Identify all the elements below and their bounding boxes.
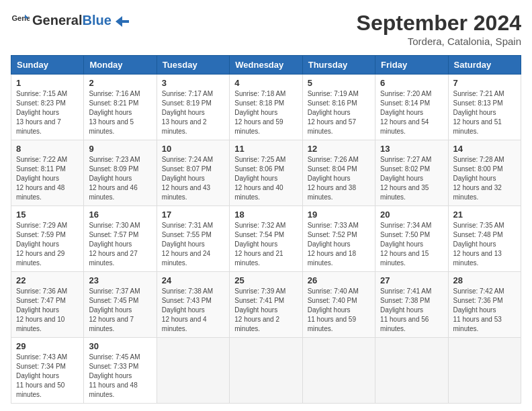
column-header-tuesday: Tuesday [157, 56, 229, 75]
day-number: 10 [162, 144, 224, 154]
sunrise-label: Sunrise: 7:38 AM [162, 287, 213, 295]
day-number: 3 [162, 78, 224, 88]
daylight-value: 12 hours and 54 minutes. [380, 118, 429, 135]
day-info: Sunrise: 7:22 AMSunset: 8:11 PMDaylight … [16, 155, 79, 202]
day-number: 1 [16, 78, 79, 88]
daylight-label: Daylight hours [308, 109, 351, 116]
sunset-label: Sunset: 8:07 PM [162, 165, 212, 173]
daylight-label: Daylight hours [234, 109, 277, 116]
daylight-value: 12 hours and 7 minutes. [89, 316, 134, 332]
daylight-value: 12 hours and 27 minutes. [89, 250, 137, 267]
sunset-label: Sunset: 7:34 PM [16, 363, 66, 370]
calendar-cell: 20Sunrise: 7:34 AMSunset: 7:50 PMDayligh… [375, 206, 448, 272]
day-info: Sunrise: 7:34 AMSunset: 7:50 PMDaylight … [380, 221, 443, 268]
daylight-value: 12 hours and 35 minutes. [380, 184, 429, 201]
sunrise-label: Sunrise: 7:40 AM [308, 287, 359, 295]
daylight-value: 11 hours and 50 minutes. [16, 381, 64, 398]
sunset-label: Sunset: 8:19 PM [162, 99, 212, 107]
calendar-cell: 17Sunrise: 7:31 AMSunset: 7:55 PMDayligh… [157, 206, 229, 272]
calendar-cell: 26Sunrise: 7:40 AMSunset: 7:40 PMDayligh… [302, 272, 375, 338]
column-header-sunday: Sunday [11, 56, 84, 75]
sunset-label: Sunset: 7:52 PM [308, 231, 357, 238]
sunset-label: Sunset: 8:09 PM [89, 165, 138, 173]
month-year-title: September 2024 [357, 11, 521, 36]
day-number: 24 [162, 275, 224, 285]
daylight-label: Daylight hours [89, 240, 132, 248]
calendar-cell: 25Sunrise: 7:39 AMSunset: 7:41 PMDayligh… [230, 272, 302, 338]
calendar-cell [230, 338, 302, 404]
column-header-friday: Friday [375, 56, 448, 75]
daylight-value: 11 hours and 59 minutes. [308, 316, 356, 332]
daylight-value: 12 hours and 29 minutes. [16, 250, 64, 267]
calendar-cell: 29Sunrise: 7:43 AMSunset: 7:34 PMDayligh… [11, 338, 84, 404]
sunset-label: Sunset: 8:00 PM [453, 165, 503, 173]
calendar-cell: 11Sunrise: 7:25 AMSunset: 8:06 PMDayligh… [230, 140, 302, 206]
day-info: Sunrise: 7:15 AMSunset: 8:23 PMDaylight … [16, 89, 79, 136]
logo-icon: General [11, 11, 30, 30]
daylight-value: 12 hours and 57 minutes. [308, 118, 356, 135]
sunset-label: Sunset: 7:50 PM [380, 231, 430, 238]
day-info: Sunrise: 7:42 AMSunset: 7:36 PMDaylight … [453, 287, 516, 334]
daylight-label: Daylight hours [308, 306, 351, 314]
calendar-cell: 19Sunrise: 7:33 AMSunset: 7:52 PMDayligh… [302, 206, 375, 272]
sunrise-label: Sunrise: 7:30 AM [89, 222, 140, 229]
day-info: Sunrise: 7:26 AMSunset: 8:04 PMDaylight … [308, 155, 370, 202]
day-number: 30 [89, 341, 151, 351]
day-number: 13 [380, 144, 443, 154]
day-info: Sunrise: 7:24 AMSunset: 8:07 PMDaylight … [162, 155, 224, 202]
calendar-cell: 7Sunrise: 7:21 AMSunset: 8:13 PMDaylight… [448, 75, 521, 140]
sunrise-label: Sunrise: 7:26 AM [308, 156, 359, 163]
sunset-label: Sunset: 8:18 PM [234, 99, 284, 107]
page-header: General GeneralBlue September 2024 Torde… [11, 11, 521, 47]
daylight-value: 13 hours and 5 minutes. [89, 118, 134, 135]
svg-marker-2 [116, 16, 129, 27]
logo-blue: Blue [82, 13, 111, 28]
sunrise-label: Sunrise: 7:21 AM [453, 90, 504, 97]
calendar-header-row: SundayMondayTuesdayWednesdayThursdayFrid… [11, 56, 521, 75]
day-number: 15 [16, 210, 79, 220]
sunset-label: Sunset: 7:38 PM [380, 297, 430, 304]
day-info: Sunrise: 7:41 AMSunset: 7:38 PMDaylight … [380, 287, 443, 334]
day-number: 18 [234, 210, 297, 220]
day-info: Sunrise: 7:45 AMSunset: 7:33 PMDaylight … [89, 353, 151, 400]
calendar-cell: 2Sunrise: 7:16 AMSunset: 8:21 PMDaylight… [84, 75, 157, 140]
day-info: Sunrise: 7:31 AMSunset: 7:55 PMDaylight … [162, 221, 224, 268]
day-number: 23 [89, 275, 151, 285]
calendar-cell: 24Sunrise: 7:38 AMSunset: 7:43 PMDayligh… [157, 272, 229, 338]
day-info: Sunrise: 7:27 AMSunset: 8:02 PMDaylight … [380, 155, 443, 202]
daylight-label: Daylight hours [162, 240, 205, 248]
daylight-label: Daylight hours [453, 175, 496, 182]
calendar-cell: 18Sunrise: 7:32 AMSunset: 7:54 PMDayligh… [230, 206, 302, 272]
day-info: Sunrise: 7:20 AMSunset: 8:14 PMDaylight … [380, 89, 443, 136]
day-number: 20 [380, 210, 443, 220]
sunset-label: Sunset: 8:04 PM [308, 165, 357, 173]
daylight-label: Daylight hours [16, 306, 59, 314]
sunrise-label: Sunrise: 7:25 AM [234, 156, 285, 163]
day-info: Sunrise: 7:32 AMSunset: 7:54 PMDaylight … [234, 221, 297, 268]
day-info: Sunrise: 7:21 AMSunset: 8:13 PMDaylight … [453, 89, 516, 136]
calendar-cell: 27Sunrise: 7:41 AMSunset: 7:38 PMDayligh… [375, 272, 448, 338]
sunrise-label: Sunrise: 7:27 AM [380, 156, 431, 163]
daylight-label: Daylight hours [308, 175, 351, 182]
daylight-label: Daylight hours [89, 306, 132, 314]
daylight-label: Daylight hours [380, 240, 423, 248]
sunrise-label: Sunrise: 7:31 AM [162, 222, 213, 229]
calendar-cell [302, 338, 375, 404]
sunrise-label: Sunrise: 7:28 AM [453, 156, 504, 163]
sunset-label: Sunset: 8:06 PM [234, 165, 284, 173]
day-number: 28 [453, 275, 516, 285]
daylight-label: Daylight hours [308, 240, 351, 248]
calendar-cell: 30Sunrise: 7:45 AMSunset: 7:33 PMDayligh… [84, 338, 157, 404]
daylight-value: 12 hours and 18 minutes. [308, 250, 356, 267]
day-info: Sunrise: 7:33 AMSunset: 7:52 PMDaylight … [308, 221, 370, 268]
sunset-label: Sunset: 8:21 PM [89, 99, 138, 107]
column-header-wednesday: Wednesday [230, 56, 302, 75]
daylight-label: Daylight hours [234, 306, 277, 314]
logo-arrow-icon [116, 16, 129, 27]
daylight-label: Daylight hours [162, 175, 205, 182]
daylight-value: 12 hours and 46 minutes. [89, 184, 137, 201]
day-info: Sunrise: 7:18 AMSunset: 8:18 PMDaylight … [234, 89, 297, 136]
daylight-value: 12 hours and 21 minutes. [234, 250, 283, 267]
daylight-label: Daylight hours [380, 175, 423, 182]
calendar-cell: 6Sunrise: 7:20 AMSunset: 8:14 PMDaylight… [375, 75, 448, 140]
